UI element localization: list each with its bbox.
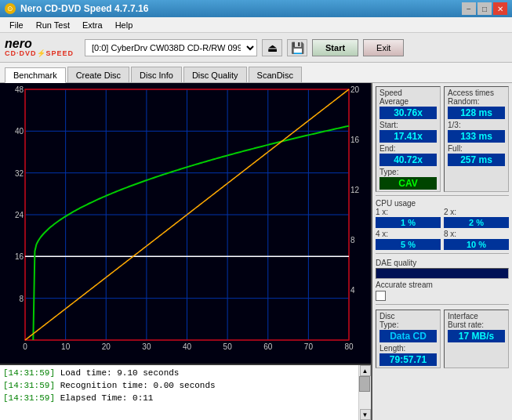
log-content: [14:31:59] Load time: 9.10 seconds [14:3… bbox=[0, 365, 358, 420]
disc-type-label: Type: bbox=[379, 320, 437, 329]
tab-scan-disc[interactable]: ScanDisc bbox=[249, 67, 302, 82]
end-label: End: bbox=[379, 144, 437, 153]
cpu-2x-label: 2 x: bbox=[444, 208, 509, 216]
divider-2 bbox=[376, 253, 509, 254]
menubar: File Run Test Extra Help bbox=[0, 17, 512, 33]
chart-wrapper bbox=[0, 83, 371, 364]
tab-disc-info[interactable]: Disc Info bbox=[131, 67, 182, 82]
accurate-stream-row: Accurate stream bbox=[376, 281, 509, 289]
cpu-8x-label: 8 x: bbox=[444, 230, 509, 238]
cpu-4x-value: 5 % bbox=[376, 239, 441, 250]
titlebar-title: Nero CD-DVD Speed 4.7.7.16 bbox=[20, 3, 148, 14]
cpu-2x-box: 2 x: 2 % bbox=[444, 208, 509, 228]
chart-log-column: [14:31:59] Load time: 9.10 seconds [14:3… bbox=[0, 83, 371, 420]
divider-3 bbox=[376, 304, 509, 305]
cpu-1x-value: 1 % bbox=[376, 217, 441, 228]
log-line-1: [14:31:59] Load time: 9.10 seconds bbox=[3, 367, 355, 379]
exit-button[interactable]: Exit bbox=[363, 39, 404, 56]
maximize-button[interactable]: □ bbox=[478, 2, 492, 15]
cpu-8x-value: 10 % bbox=[444, 239, 509, 250]
accurate-stream-checkbox-row bbox=[376, 291, 509, 301]
cpu-1x-label: 1 x: bbox=[376, 208, 441, 216]
titlebar-left: ⊙ Nero CD-DVD Speed 4.7.7.16 bbox=[5, 3, 148, 14]
log-text-2: Recognition time: 0.00 seconds bbox=[60, 381, 216, 390]
menu-run-test[interactable]: Run Test bbox=[30, 19, 76, 31]
accurate-stream-label: Accurate stream bbox=[376, 281, 433, 289]
disc-length-value: 79:57.71 bbox=[379, 353, 437, 366]
interface-label: Interface bbox=[448, 312, 505, 320]
cpu-4x-box: 4 x: 5 % bbox=[376, 230, 441, 250]
nero-logo: nero CD·DVD⚡SPEED bbox=[5, 38, 74, 57]
save-button[interactable]: 💾 bbox=[287, 39, 307, 56]
accurate-stream-checkbox[interactable] bbox=[376, 291, 386, 301]
speed-box: Speed Average 30.76x Start: 17.41x End: … bbox=[376, 86, 441, 192]
menu-file[interactable]: File bbox=[3, 19, 30, 31]
scrollbar-up-button[interactable]: ▲ bbox=[360, 365, 371, 376]
log-scrollbar: ▲ ▼ bbox=[358, 365, 371, 420]
random-value: 128 ms bbox=[448, 107, 505, 119]
titlebar: ⊙ Nero CD-DVD Speed 4.7.7.16 − □ ✕ bbox=[0, 0, 512, 17]
cpu-row-2: 4 x: 5 % 8 x: 10 % bbox=[376, 230, 509, 250]
average-value: 30.76x bbox=[379, 107, 437, 119]
onethird-label: 1/3: bbox=[448, 121, 505, 129]
benchmark-chart bbox=[0, 83, 371, 364]
divider-1 bbox=[376, 195, 509, 196]
menu-extra[interactable]: Extra bbox=[76, 19, 109, 31]
start-button[interactable]: Start bbox=[312, 39, 358, 56]
cpu-2x-value: 2 % bbox=[444, 217, 509, 228]
type-label: Type: bbox=[379, 168, 437, 176]
end-value: 40.72x bbox=[379, 154, 437, 166]
disc-type-value: Data CD bbox=[379, 330, 437, 342]
speed-access-row: Speed Average 30.76x Start: 17.41x End: … bbox=[376, 86, 509, 192]
start-value: 17.41x bbox=[379, 130, 437, 143]
log-timestamp-2: [14:31:59] bbox=[3, 381, 55, 390]
app-icon: ⊙ bbox=[5, 3, 16, 14]
log-text-3: Elapsed Time: 0:11 bbox=[60, 393, 154, 403]
main-content: [14:31:59] Load time: 9.10 seconds [14:3… bbox=[0, 83, 512, 420]
burst-rate-label: Burst rate: bbox=[448, 320, 505, 329]
menu-help[interactable]: Help bbox=[109, 19, 140, 31]
speed-label: Speed bbox=[379, 89, 437, 97]
stats-panel: Speed Average 30.76x Start: 17.41x End: … bbox=[371, 83, 512, 420]
cpu-4x-label: 4 x: bbox=[376, 230, 441, 238]
cpu-8x-box: 8 x: 10 % bbox=[444, 230, 509, 250]
onethird-value: 133 ms bbox=[448, 130, 505, 143]
toolbar: nero CD·DVD⚡SPEED [0:0] CyberDrv CW038D … bbox=[0, 33, 512, 63]
nero-product-text: CD·DVD⚡SPEED bbox=[5, 50, 74, 57]
disc-box: Disc Type: Data CD Length: 79:57.71 bbox=[376, 310, 441, 368]
disc-length-label: Length: bbox=[379, 344, 437, 353]
eject-button[interactable]: ⏏ bbox=[262, 39, 282, 56]
average-label: Average bbox=[379, 97, 437, 106]
log-text-1: Load time: 9.10 seconds bbox=[60, 368, 180, 378]
tab-benchmark[interactable]: Benchmark bbox=[5, 67, 66, 83]
scrollbar-track bbox=[359, 376, 371, 409]
interface-box: Interface Burst rate: 17 MB/s bbox=[444, 310, 509, 368]
full-value: 257 ms bbox=[448, 154, 505, 166]
nero-logo-text: nero bbox=[5, 38, 32, 50]
scrollbar-down-button[interactable]: ▼ bbox=[360, 409, 371, 420]
tab-disc-quality[interactable]: Disc Quality bbox=[183, 67, 247, 82]
close-button[interactable]: ✕ bbox=[493, 2, 507, 15]
disc-label: Disc bbox=[379, 312, 437, 320]
cpu-label: CPU usage bbox=[376, 199, 509, 208]
log-line-3: [14:31:59] Elapsed Time: 0:11 bbox=[3, 392, 355, 404]
cpu-1x-box: 1 x: 1 % bbox=[376, 208, 441, 228]
random-label: Random: bbox=[448, 97, 505, 106]
cpu-section: CPU usage 1 x: 1 % 2 x: 2 % 4 x: 5 % 8 x… bbox=[376, 199, 509, 250]
tab-create-disc[interactable]: Create Disc bbox=[67, 67, 129, 82]
type-value: CAV bbox=[379, 177, 437, 190]
tabs: Benchmark Create Disc Disc Info Disc Qua… bbox=[0, 63, 512, 83]
start-label: Start: bbox=[379, 121, 437, 129]
scrollbar-thumb[interactable] bbox=[359, 376, 370, 392]
drive-select[interactable]: [0:0] CyberDrv CW038D CD-R/RW 099C bbox=[85, 39, 257, 56]
minimize-button[interactable]: − bbox=[462, 2, 476, 15]
dae-label: DAE quality bbox=[376, 259, 509, 267]
access-times-label: Access times bbox=[448, 89, 505, 97]
log-line-2: [14:31:59] Recognition time: 0.00 second… bbox=[3, 379, 355, 392]
dae-bar bbox=[376, 268, 509, 279]
titlebar-controls: − □ ✕ bbox=[462, 2, 507, 15]
burst-rate-value: 17 MB/s bbox=[448, 330, 505, 342]
log-area: [14:31:59] Load time: 9.10 seconds [14:3… bbox=[0, 364, 371, 420]
log-timestamp-1: [14:31:59] bbox=[3, 368, 55, 378]
cpu-row-1: 1 x: 1 % 2 x: 2 % bbox=[376, 208, 509, 228]
